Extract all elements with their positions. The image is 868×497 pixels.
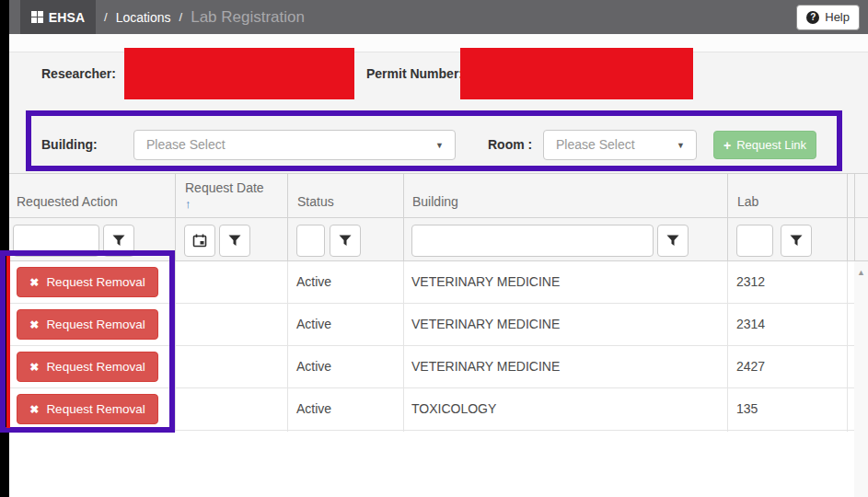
divider [847, 261, 848, 432]
building-cell: VETERINARY MEDICINE [411, 261, 560, 303]
building-select-value: Please Select [146, 137, 226, 152]
divider [175, 218, 176, 260]
divider [854, 218, 855, 260]
chevron-down-icon: ▼ [677, 141, 685, 150]
help-label: Help [825, 10, 850, 24]
vertical-scrollbar[interactable]: ▲ [854, 261, 868, 497]
sort-ascending-icon: ↑ [185, 197, 287, 211]
chevron-down-icon: ▼ [435, 141, 444, 150]
building-cell: VETERINARY MEDICINE [411, 346, 560, 387]
x-icon: ✖ [29, 403, 39, 416]
table-row: ✖ Request Removal Active VETERINARY MEDI… [9, 346, 868, 388]
researcher-label: Researcher: [41, 66, 116, 81]
header-spacer [848, 174, 855, 217]
filter-button-building[interactable] [657, 225, 689, 257]
building-label: Building: [41, 137, 98, 152]
filter-input-status[interactable] [296, 225, 325, 257]
app-window: EHSA / Locations / Lab Registration ? He… [9, 0, 868, 497]
subheader-strip [9, 34, 868, 52]
breadcrumb-locations[interactable]: Locations [116, 10, 171, 25]
status-cell: Active [296, 346, 331, 387]
filter-button-status[interactable] [330, 225, 361, 257]
x-icon: ✖ [29, 318, 39, 331]
grid-icon [31, 11, 43, 23]
filter-input-requested-action[interactable] [13, 225, 99, 257]
room-select[interactable]: Please Select ▼ [543, 130, 697, 160]
top-navbar: EHSA / Locations / Lab Registration ? He… [9, 0, 868, 34]
filter-input-building[interactable] [411, 225, 654, 257]
filter-button-request-date[interactable] [219, 225, 250, 257]
filter-icon [339, 235, 352, 247]
divider [175, 261, 176, 432]
scroll-up-icon: ▲ [854, 268, 868, 277]
breadcrumb-separator: / [104, 10, 108, 24]
brand-label: EHSA [49, 10, 86, 25]
grid-filter-row [9, 218, 868, 261]
column-header-requested-action[interactable]: Requested Action [9, 174, 176, 217]
divider [287, 261, 288, 432]
breadcrumb-separator: / [179, 10, 183, 24]
column-header-status[interactable]: Status [288, 174, 404, 217]
ehsa-home-button[interactable]: EHSA [20, 0, 96, 34]
grid-header-row: Requested Action Request Date ↑ Status B… [9, 174, 868, 218]
divider [287, 218, 288, 260]
help-button[interactable]: ? Help [796, 5, 860, 30]
request-removal-button[interactable]: ✖ Request Removal [17, 267, 158, 297]
filter-icon [790, 235, 803, 247]
room-label: Room : [488, 137, 532, 152]
divider [403, 218, 404, 260]
status-cell: Active [296, 304, 331, 345]
filter-button-lab[interactable] [781, 225, 812, 257]
page-title: Lab Registration [191, 8, 305, 27]
divider [727, 261, 728, 432]
table-row: ✖ Request Removal Active TOXICOLOGY 135 [9, 388, 868, 431]
permit-number-label: Permit Number: [366, 66, 463, 81]
status-cell: Active [296, 261, 331, 303]
request-link-button[interactable]: + Request Link [713, 131, 816, 159]
request-removal-button[interactable]: ✖ Request Removal [17, 352, 158, 382]
calendar-button-request-date[interactable] [184, 225, 215, 257]
divider [847, 218, 848, 260]
divider [403, 261, 404, 432]
filter-icon [112, 235, 125, 247]
lab-cell: 2314 [736, 304, 765, 345]
table-row: ✖ Request Removal Active VETERINARY MEDI… [9, 304, 868, 346]
x-icon: ✖ [29, 276, 39, 289]
x-icon: ✖ [29, 361, 39, 374]
building-cell: TOXICOLOGY [411, 388, 496, 430]
table-row: ✖ Request Removal Active VETERINARY MEDI… [9, 261, 868, 304]
building-cell: VETERINARY MEDICINE [411, 304, 560, 345]
room-select-value: Please Select [556, 137, 635, 152]
lab-cell: 2312 [736, 261, 765, 303]
status-cell: Active [296, 388, 331, 430]
lab-cell: 2427 [736, 346, 765, 387]
divider [727, 218, 728, 260]
request-link-label: Request Link [736, 138, 806, 152]
help-icon: ? [806, 11, 819, 24]
filter-icon [228, 235, 241, 247]
request-removal-button[interactable]: ✖ Request Removal [17, 309, 158, 340]
calendar-icon [192, 234, 207, 248]
filter-input-lab[interactable] [736, 225, 773, 257]
lab-registration-grid: Requested Action Request Date ↑ Status B… [9, 173, 868, 497]
column-header-lab[interactable]: Lab [728, 174, 848, 217]
request-removal-button[interactable]: ✖ Request Removal [17, 394, 158, 424]
filter-icon [666, 235, 679, 247]
plus-icon: + [723, 138, 731, 153]
column-header-request-date[interactable]: Request Date ↑ [176, 174, 288, 217]
filter-button-requested-action[interactable] [103, 225, 134, 257]
lab-cell: 135 [736, 388, 758, 430]
column-header-building[interactable]: Building [404, 174, 728, 217]
building-select[interactable]: Please Select ▼ [133, 130, 456, 160]
